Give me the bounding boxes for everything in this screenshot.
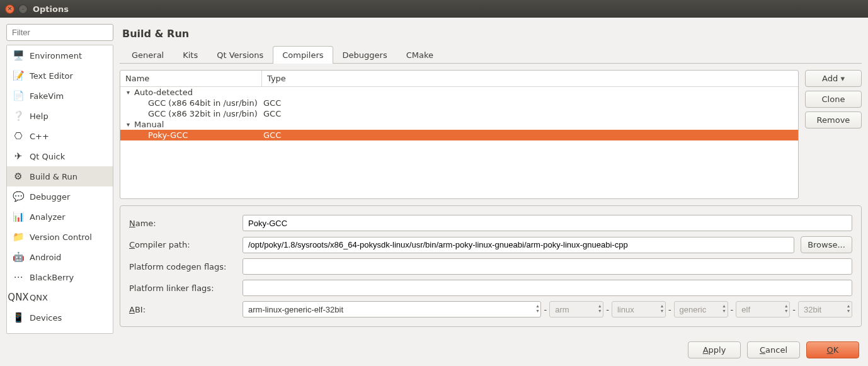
column-type[interactable]: Type: [262, 71, 798, 86]
sidebar-item-android[interactable]: 🤖 Android: [7, 247, 113, 267]
sidebar-item-label: FakeVim: [30, 91, 64, 101]
tabs: GeneralKitsQt VersionsCompilersDebuggers…: [120, 46, 862, 64]
compiler-details: Name: Compiler path: Browse... Platform …: [120, 205, 862, 327]
apply-button[interactable]: Apply: [688, 341, 741, 358]
compiler-name: Poky-GCC: [120, 130, 262, 140]
sidebar-item-label: Qt Quick: [30, 152, 65, 161]
expander-icon[interactable]: ▾: [127, 121, 134, 128]
tree-group[interactable]: ▾Auto-detected: [120, 87, 798, 98]
dialog-buttons: Apply Cancel OK: [0, 334, 868, 366]
fakevim-icon: 📄: [12, 89, 25, 102]
sidebar-item-text-editor[interactable]: 📝 Text Editor: [7, 66, 113, 86]
qt-quick-icon: ✈: [12, 150, 25, 163]
tree-row[interactable]: GCC (x86 64bit in /usr/bin) GCC: [120, 98, 798, 108]
name-label: Name:: [129, 219, 236, 228]
sidebar-item-version-control[interactable]: 📁 Version Control: [7, 227, 113, 247]
sidebar-item-label: QNX: [30, 293, 48, 302]
compiler-name: GCC (x86 64bit in /usr/bin): [120, 98, 262, 108]
sidebar-item-label: Help: [30, 112, 49, 121]
blackberry-icon: ⋯: [12, 271, 25, 283]
window-title: Options: [33, 4, 69, 14]
text-editor-icon: 📝: [12, 69, 25, 82]
analyzer-icon: 📊: [12, 210, 25, 223]
page-title: Build & Run: [122, 28, 862, 40]
filter-input[interactable]: [6, 24, 113, 41]
tree-row[interactable]: Poky-GCC GCC: [120, 130, 798, 140]
tree-group[interactable]: ▾Manual: [120, 119, 798, 130]
tree-row[interactable]: GCC (x86 32bit in /usr/bin) GCC: [120, 108, 798, 119]
sidebar-item-label: Version Control: [30, 232, 92, 242]
window-minimize-icon[interactable]: –: [18, 4, 28, 14]
codegen-flags-label: Platform codegen flags:: [129, 262, 236, 272]
sidebar-item-label: Debugger: [30, 192, 70, 202]
sidebar-item-label: C++: [30, 132, 49, 141]
abi-combo[interactable]: [243, 301, 541, 317]
tab-qt-versions[interactable]: Qt Versions: [207, 46, 273, 64]
sidebar-item-label: BlackBerry: [30, 273, 74, 282]
sidebar-item-label: Analyzer: [30, 212, 66, 222]
abi-flavor[interactable]: [674, 301, 728, 317]
codegen-flags-field[interactable]: [243, 258, 852, 275]
help-icon: ❔: [12, 110, 25, 122]
compiler-tree: Name Type ▾Auto-detectedGCC (x86 64bit i…: [120, 70, 799, 199]
sidebar-item-label: Environment: [30, 51, 82, 60]
sidebar-item-debugger[interactable]: 💬 Debugger: [7, 186, 113, 207]
window-close-icon[interactable]: ✕: [5, 4, 14, 14]
browse-button[interactable]: Browse...: [801, 236, 852, 253]
linker-flags-label: Platform linker flags:: [129, 283, 236, 293]
linker-flags-field[interactable]: [243, 280, 852, 296]
sidebar-item-help[interactable]: ❔ Help: [7, 106, 113, 126]
group-label: Manual: [134, 120, 164, 129]
c--icon: ⎔: [12, 130, 25, 142]
compiler-name: GCC (x86 32bit in /usr/bin): [120, 109, 262, 118]
debugger-icon: 💬: [12, 190, 25, 203]
compiler-type: GCC: [262, 109, 798, 118]
sidebar: 🖥️ Environment📝 Text Editor📄 FakeVim❔ He…: [6, 24, 113, 334]
qnx-icon: QNX: [12, 291, 25, 304]
sidebar-item-label: Text Editor: [30, 71, 73, 81]
abi-label: ABI:: [129, 305, 236, 314]
tree-body[interactable]: ▾Auto-detectedGCC (x86 64bit in /usr/bin…: [120, 87, 798, 198]
sidebar-item-environment[interactable]: 🖥️ Environment: [7, 45, 113, 66]
compiler-type: GCC: [262, 98, 798, 108]
column-name[interactable]: Name: [120, 71, 262, 86]
sidebar-item-devices[interactable]: 📱 Devices: [7, 307, 113, 328]
cancel-button[interactable]: Cancel: [747, 341, 800, 358]
sidebar-item-build-run[interactable]: ⚙ Build & Run: [7, 166, 113, 186]
sidebar-item-analyzer[interactable]: 📊 Analyzer: [7, 207, 113, 227]
abi-width[interactable]: [798, 301, 852, 317]
tab-general[interactable]: General: [122, 46, 173, 64]
add-button[interactable]: Add: [805, 70, 862, 87]
compiler-path-label: Compiler path:: [129, 240, 236, 249]
clone-button[interactable]: Clone: [805, 91, 862, 108]
build-run-icon: ⚙: [12, 170, 25, 183]
tab-debuggers[interactable]: Debuggers: [333, 46, 397, 64]
devices-icon: 📱: [12, 311, 25, 324]
compiler-path-field[interactable]: [243, 237, 794, 253]
sidebar-item-blackberry[interactable]: ⋯ BlackBerry: [7, 267, 113, 287]
sidebar-list[interactable]: 🖥️ Environment📝 Text Editor📄 FakeVim❔ He…: [6, 45, 113, 334]
group-label: Auto-detected: [134, 88, 193, 97]
name-field[interactable]: [243, 215, 852, 231]
compiler-type: GCC: [262, 130, 798, 140]
abi-format[interactable]: [736, 301, 790, 317]
sidebar-item-label: Build & Run: [30, 172, 77, 181]
sidebar-item-qnx[interactable]: QNX QNX: [7, 287, 113, 307]
titlebar: ✕ – Options: [0, 0, 868, 18]
tab-compilers[interactable]: Compilers: [273, 46, 333, 64]
sidebar-item-qt-quick[interactable]: ✈ Qt Quick: [7, 146, 113, 166]
sidebar-item-fakevim[interactable]: 📄 FakeVim: [7, 86, 113, 106]
sidebar-item-label: Android: [30, 253, 61, 262]
sidebar-item-label: Devices: [30, 313, 62, 323]
abi-os[interactable]: [612, 301, 666, 317]
version-control-icon: 📁: [12, 231, 25, 243]
android-icon: 🤖: [12, 251, 25, 263]
abi-arch[interactable]: [549, 301, 603, 317]
ok-button[interactable]: OK: [806, 341, 859, 358]
tab-kits[interactable]: Kits: [173, 46, 207, 64]
expander-icon[interactable]: ▾: [127, 89, 134, 96]
remove-button[interactable]: Remove: [805, 112, 862, 129]
environment-icon: 🖥️: [12, 49, 25, 62]
tab-cmake[interactable]: CMake: [397, 46, 443, 64]
sidebar-item-c-[interactable]: ⎔ C++: [7, 126, 113, 146]
